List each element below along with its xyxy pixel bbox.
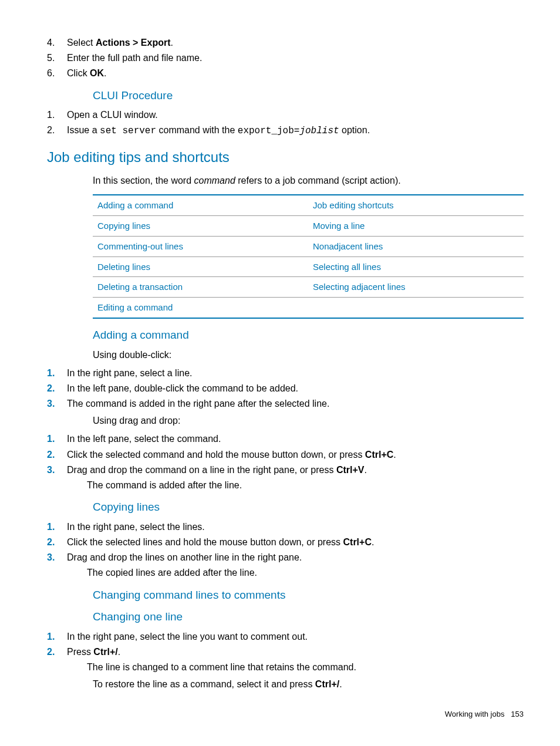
list-item: 2.Press Ctrl+/.The line is changed to a … [47, 645, 524, 674]
topic-link[interactable]: Moving a line [308, 216, 524, 237]
footer-page-number: 153 [511, 710, 524, 718]
heading-clui-procedure: CLUI Procedure [93, 87, 524, 104]
heading-copying-lines: Copying lines [93, 499, 524, 515]
adding-steps-1: 1.In the right pane, select a line.2.In … [47, 366, 524, 411]
lead-using-drag-drop: Using drag and drop: [93, 414, 524, 427]
intro-paragraph: In this section, the word command refers… [93, 174, 524, 187]
list-item: 2.In the left pane, double-click the com… [47, 382, 524, 395]
topic-link[interactable]: Selecting adjacent lines [308, 277, 524, 298]
list-item: 3.The command is added in the right pane… [47, 397, 524, 410]
top-ordered-list: 4.Select Actions > Export.5.Enter the fu… [47, 36, 524, 80]
heading-adding-command: Adding a command [93, 327, 524, 343]
footer-label: Working with jobs [445, 710, 505, 718]
heading-changing-to-comments: Changing command lines to comments [93, 587, 524, 603]
list-item: 1.In the right pane, select a line. [47, 366, 524, 380]
copying-steps: 1.In the right pane, select the lines.2.… [47, 520, 524, 580]
list-item: 1.In the left pane, select the command. [47, 432, 524, 445]
list-item: 2.Issue a set server command with the ex… [47, 123, 524, 138]
table-row: Deleting linesSelecting all lines [93, 256, 524, 277]
topic-link[interactable]: Nonadjacent lines [308, 236, 524, 256]
list-item: 6.Click OK. [47, 66, 524, 80]
adding-steps-2: 1.In the left pane, select the command.2… [47, 432, 524, 492]
topic-link[interactable]: Deleting lines [93, 256, 308, 277]
list-item: 2.Click the selected command and hold th… [47, 448, 524, 461]
topic-link[interactable]: Adding a command [93, 195, 308, 215]
list-item: 3.Drag and drop the command on a line in… [47, 463, 524, 492]
list-item: 5.Enter the full path and file name. [47, 51, 524, 65]
topic-link-table: Adding a commandJob editing shortcutsCop… [93, 194, 524, 319]
topic-link [308, 298, 524, 318]
topic-link[interactable]: Deleting a transaction [93, 277, 308, 298]
topic-link[interactable]: Job editing shortcuts [308, 195, 524, 215]
table-row: Commenting-out linesNonadjacent lines [93, 236, 524, 256]
topic-link[interactable]: Selecting all lines [308, 256, 524, 277]
table-row: Adding a commandJob editing shortcuts [93, 195, 524, 215]
table-row: Copying linesMoving a line [93, 216, 524, 237]
list-item: 1.In the right pane, select the line you… [47, 630, 524, 643]
topic-link[interactable]: Copying lines [93, 216, 308, 237]
list-item: 1.Open a CLUI window. [47, 108, 524, 121]
restore-paragraph: To restore the line as a command, select… [93, 677, 524, 691]
heading-changing-one-line: Changing one line [93, 609, 524, 625]
page-footer: Working with jobs 153 [445, 709, 524, 720]
table-row: Deleting a transactionSelecting adjacent… [93, 277, 524, 298]
changing-steps: 1.In the right pane, select the line you… [47, 630, 524, 674]
table-row: Editing a command [93, 298, 524, 318]
heading-job-editing-tips: Job editing tips and shortcuts [47, 147, 524, 168]
lead-using-double-click: Using double-click: [93, 348, 524, 362]
topic-link[interactable]: Commenting-out lines [93, 236, 308, 256]
list-item: 1.In the right pane, select the lines. [47, 520, 524, 534]
topic-link[interactable]: Editing a command [93, 298, 308, 318]
list-item: 4.Select Actions > Export. [47, 36, 524, 49]
list-item: 3.Drag and drop the lines on another lin… [47, 551, 524, 579]
page: 4.Select Actions > Export.5.Enter the fu… [0, 0, 560, 746]
clui-steps: 1.Open a CLUI window.2.Issue a set serve… [47, 108, 524, 138]
list-item: 2.Click the selected lines and hold the … [47, 535, 524, 549]
